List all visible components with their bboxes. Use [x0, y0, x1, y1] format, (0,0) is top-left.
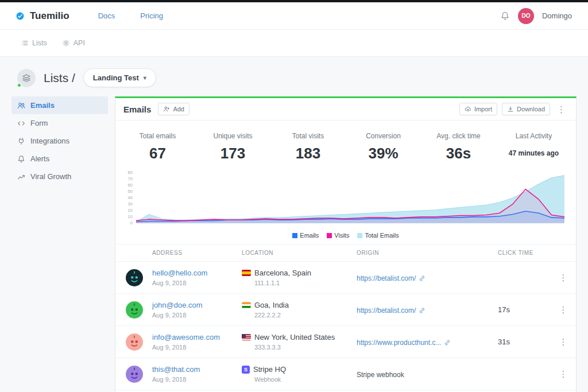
legend-total-emails: Total Emails [357, 232, 399, 239]
email-link[interactable]: hello@hello.com [152, 269, 242, 277]
row-kebab-menu-icon[interactable]: ⋮ [551, 370, 576, 378]
link-icon [419, 307, 425, 314]
list-icon [21, 39, 29, 47]
chevron-down-icon: ▾ [144, 75, 146, 81]
stat-label: Unique visits [195, 132, 270, 140]
row-kebab-menu-icon[interactable]: ⋮ [551, 273, 576, 282]
avatar [126, 269, 143, 286]
svg-text:60: 60 [128, 183, 133, 188]
stat-avg-click-time: Avg. click time 36s [421, 132, 496, 162]
nav-link-pricing[interactable]: Pricing [140, 11, 163, 20]
flag-in-icon [242, 302, 251, 308]
card-kebab-menu-icon[interactable]: ⋮ [555, 105, 568, 114]
email-link[interactable]: this@that.com [152, 365, 242, 374]
tuemilio-logo-icon [16, 12, 24, 20]
trend-icon [17, 173, 25, 181]
stat-label: Avg. click time [421, 132, 496, 140]
sidebar-item-emails[interactable]: Emails [11, 96, 108, 114]
avatar [126, 366, 143, 383]
stat-value: 67 [120, 145, 195, 162]
user-name[interactable]: Domingo [542, 11, 572, 20]
table-row: john@doe.com Aug 9, 2018 Goa, India 222.… [115, 294, 576, 326]
nav-link-docs[interactable]: Docs [98, 11, 115, 20]
stats-row: Total emails 67 Unique visits 173 Total … [115, 121, 576, 164]
legend-visits: Visits [327, 232, 349, 239]
list-selector-dropdown[interactable]: Landing Test ▾ [83, 68, 156, 87]
chart-svg: 01020304050607080 [119, 170, 568, 229]
content: EmailsFormIntegrationsAlertsViral Growth… [0, 96, 588, 392]
sidebar-item-integrations[interactable]: Integrations [11, 132, 108, 150]
chart-area: 01020304050607080 [115, 164, 576, 229]
click-time: 17s [498, 305, 551, 314]
stat-value: 47 minutes ago [496, 149, 571, 157]
legend-emails: Emails [292, 232, 319, 239]
subnav-lists[interactable]: Lists [21, 39, 47, 47]
add-button[interactable]: Add [158, 103, 189, 115]
origin-link[interactable]: https://betalist.com/ [357, 306, 425, 315]
card-header: Emails Add Import Download ⋮ [115, 98, 576, 121]
col-header-origin: ORIGIN [357, 250, 498, 256]
sidebar-item-form[interactable]: Form [11, 114, 108, 132]
col-header-address: ADDRESS [152, 250, 242, 256]
email-date: Aug 9, 2018 [152, 376, 242, 383]
sidebar-item-alerts[interactable]: Alerts [11, 150, 108, 168]
stat-value: 39% [346, 145, 421, 162]
download-button[interactable]: Download [502, 103, 550, 115]
stat-label: Total emails [120, 132, 195, 140]
table-header: ADDRESSLOCATIONORIGINCLICK TIME [115, 244, 576, 262]
subnav-api[interactable]: API [62, 39, 85, 47]
stat-value: 183 [270, 145, 346, 162]
notifications-bell-icon[interactable] [500, 11, 510, 21]
users-icon [17, 102, 25, 110]
gear-icon [62, 39, 70, 47]
chart-legend: EmailsVisitsTotal Emails [115, 229, 576, 244]
status-dot [17, 83, 22, 88]
header-right: DO Domingo [500, 8, 572, 24]
table-body: hello@hello.com Aug 9, 2018 Barcelona, S… [115, 262, 576, 390]
svg-text:50: 50 [128, 189, 133, 194]
sidebar-item-viral-growth[interactable]: Viral Growth [11, 168, 108, 185]
email-link[interactable]: info@awesome.com [152, 333, 242, 341]
stat-conversion: Conversion 39% [346, 132, 421, 162]
flag-es-icon [242, 270, 251, 276]
app-header: Tuemilio DocsPricing DO Domingo [0, 2, 588, 30]
table-row: hello@hello.com Aug 9, 2018 Barcelona, S… [115, 262, 576, 294]
location: Goa, India [242, 301, 357, 309]
page-head: Lists / Landing Test ▾ [0, 57, 588, 96]
list-layers-icon [17, 69, 36, 87]
user-avatar[interactable]: DO [518, 8, 534, 24]
stat-value: 36s [421, 145, 496, 162]
svg-text:30: 30 [128, 201, 133, 207]
svg-text:40: 40 [128, 195, 133, 200]
email-link[interactable]: john@doe.com [152, 301, 242, 309]
bell-icon [17, 155, 25, 163]
stat-label: Last Activity [496, 132, 571, 140]
col-header-click-time: CLICK TIME [498, 250, 551, 256]
avatar [126, 301, 143, 319]
svg-text:80: 80 [128, 170, 133, 175]
location-sub: 111.1.1.1 [254, 280, 357, 286]
location: SStripe HQ [242, 365, 357, 374]
import-button[interactable]: Import [459, 103, 497, 115]
stat-total-emails: Total emails 67 [120, 132, 195, 162]
stripe-icon: S [242, 366, 250, 374]
table-row: this@that.com Aug 9, 2018 SStripe HQ Web… [115, 358, 576, 390]
col-header-location: LOCATION [242, 250, 357, 256]
stat-label: Conversion [346, 132, 421, 140]
stat-total-visits: Total visits 183 [270, 132, 346, 162]
origin-link[interactable]: https://www.producthunt.c... [357, 339, 451, 347]
flag-us-icon [242, 334, 251, 340]
row-kebab-menu-icon[interactable]: ⋮ [551, 337, 576, 346]
subnav: ListsAPI [0, 30, 588, 57]
stat-last-activity: Last Activity 47 minutes ago [496, 132, 571, 162]
legend-swatch [327, 233, 332, 238]
location-sub: Webhook [254, 376, 357, 383]
brand[interactable]: Tuemilio [16, 10, 69, 22]
legend-swatch [292, 233, 297, 238]
origin-link[interactable]: https://betalist.com/ [357, 274, 425, 282]
row-kebab-menu-icon[interactable]: ⋮ [551, 305, 576, 314]
svg-text:70: 70 [128, 176, 133, 181]
click-time: 31s [498, 337, 551, 346]
origin-text: Stripe webhook [357, 371, 404, 379]
sidebar: EmailsFormIntegrationsAlertsViral Growth [11, 96, 108, 185]
